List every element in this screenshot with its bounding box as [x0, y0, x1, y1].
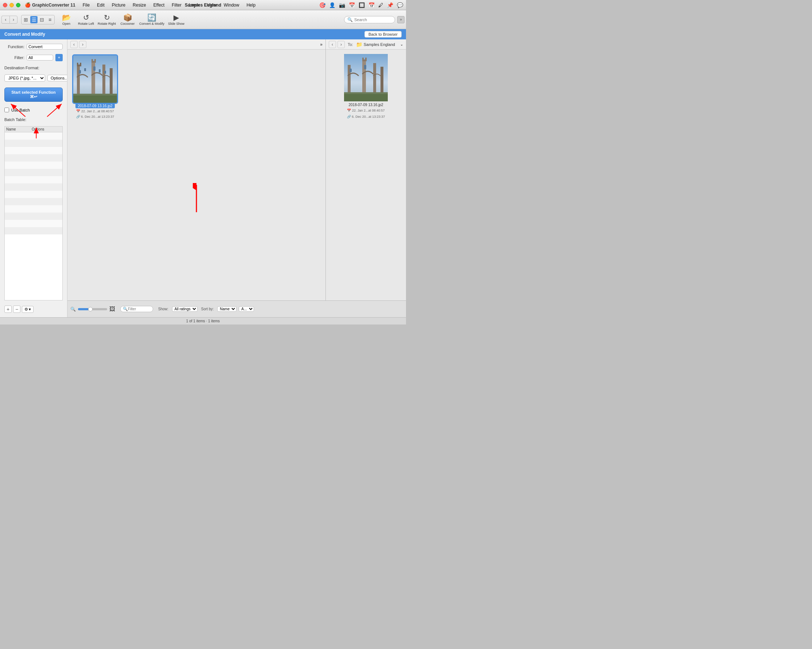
sort-select[interactable]: Name — [217, 306, 237, 312]
convert-modify-icon: 🔄 — [147, 14, 156, 21]
middle-right: ‹ › » — [67, 39, 406, 317]
svg-rect-24 — [380, 67, 383, 92]
filter-select[interactable]: All — [27, 55, 53, 61]
middle-right-inner: ‹ › » — [67, 39, 406, 300]
use-batch-label: Use Batch — [11, 108, 30, 112]
add-batch-button[interactable]: + — [5, 306, 12, 313]
open-group[interactable]: 📂 Open — [57, 11, 76, 28]
expand-button[interactable]: » — [397, 16, 404, 23]
forward-nav-button[interactable]: › — [9, 16, 17, 24]
filter-search-box[interactable]: 🔍 — [120, 306, 153, 312]
start-function-button[interactable]: Start selected Function ⌘↩ — [5, 87, 63, 102]
close-button[interactable] — [3, 3, 7, 7]
rotate-left-icon: ↺ — [83, 14, 89, 21]
col-options: Options — [32, 127, 61, 131]
options-button[interactable]: Options... — [47, 75, 67, 81]
menu-edit[interactable]: Edit — [96, 2, 106, 8]
right-prev-button[interactable]: ‹ — [329, 41, 336, 48]
rotate-left-label: Rotate Left — [78, 22, 94, 26]
right-next-button[interactable]: › — [337, 41, 345, 48]
svg-rect-14 — [99, 69, 101, 73]
window-title: Samples England — [185, 3, 221, 8]
svg-rect-11 — [79, 70, 81, 73]
menu-effect[interactable]: Effect — [152, 2, 166, 8]
slide-show-icon: ▶ — [174, 14, 179, 21]
fullscreen-button[interactable] — [16, 3, 20, 7]
image-meta-2: 🔗 6. Dec 20...at 13:23:37 — [76, 115, 114, 119]
menu-picture[interactable]: Picture — [110, 2, 127, 8]
rotate-left-group[interactable]: ↺ Rotate Left — [76, 11, 96, 28]
function-label: Function: — [5, 44, 24, 49]
middle-panel-nav: ‹ › » — [67, 39, 325, 50]
convert-modify-label: Convert & Modify — [139, 22, 164, 26]
menu-file[interactable]: File — [81, 2, 91, 8]
link-icon: 🔗 — [76, 115, 80, 118]
slide-show-label: Slide Show — [168, 22, 185, 26]
svg-rect-23 — [373, 63, 376, 92]
slide-show-group[interactable]: ▶ Slide Show — [166, 11, 186, 28]
chevron-down-icon: ▾ — [29, 307, 31, 312]
detail-view-button[interactable]: ≡ — [46, 16, 53, 23]
open-icon: 📂 — [62, 14, 71, 21]
image-item[interactable]: 2018-07-09 13.16.jp2 📅 22. Jan 2...at 08… — [72, 54, 118, 120]
middle-next-button[interactable]: › — [79, 41, 86, 48]
minimize-button[interactable] — [9, 3, 14, 7]
image-grid: 2018-07-09 13.16.jp2 📅 22. Jan 2...at 08… — [67, 50, 325, 300]
cocooner-icon: 📦 — [123, 14, 132, 21]
menu-window[interactable]: Window — [222, 2, 241, 8]
back-to-browser-button[interactable]: Back to Browser — [365, 31, 401, 38]
folder-dropdown-icon[interactable]: ⌄ — [400, 42, 403, 46]
format-row: JPEG (*.jpg, *... Options... — [5, 74, 63, 82]
status-text: 1 of 1 items · 1 items — [186, 319, 220, 323]
status-bar: 1 of 1 items · 1 items — [0, 317, 406, 324]
bottom-controls: 🔍 🖼 🔍 Show: All ratings Sort by: Nam — [67, 300, 406, 317]
zoom-thumb — [88, 307, 93, 311]
middle-expand-button[interactable]: » — [320, 42, 322, 47]
filter-input[interactable] — [128, 307, 151, 311]
zoom-in-icon: 🖼 — [109, 306, 115, 312]
filter-search-icon: 🔍 — [123, 307, 128, 311]
batch-dropdown-button[interactable]: ⚙ ▾ — [22, 306, 34, 313]
sort-label: Sort by: — [201, 307, 214, 311]
batch-table-header: Name Options — [5, 127, 62, 132]
svg-rect-27 — [344, 94, 388, 101]
cocooner-label: Cocooner — [121, 22, 135, 26]
format-select[interactable]: JPEG (*.jpg, *... — [5, 74, 45, 82]
menu-resize[interactable]: Resize — [131, 2, 148, 8]
batch-footer: + − ⚙ ▾ — [5, 303, 63, 313]
menu-help[interactable]: Help — [245, 2, 257, 8]
search-box[interactable]: 🔍 — [344, 16, 395, 23]
menu-bar: File Edit Picture Resize Effect Filter L… — [81, 2, 257, 8]
sort-dir-select[interactable]: A... — [239, 306, 254, 312]
svg-rect-9 — [102, 64, 105, 94]
grid-view-button[interactable]: ⊞ — [22, 16, 29, 23]
batch-table-label: Batch Table: — [5, 118, 63, 122]
right-calendar-icon: 📅 — [347, 109, 351, 112]
folder-selector[interactable]: 📁 Samples England ⌄ — [356, 41, 403, 47]
rotate-right-group[interactable]: ↻ Rotate Right — [96, 11, 118, 28]
search-input[interactable] — [354, 17, 392, 22]
image-thumbnail — [73, 55, 117, 103]
menu-filter[interactable]: Filter — [170, 2, 183, 8]
cocooner-group[interactable]: 📦 Cocooner — [118, 11, 137, 28]
strip-view-button[interactable]: ⊟ — [38, 16, 46, 23]
convert-modify-group[interactable]: 🔄 Convert & Modify — [138, 11, 166, 28]
zoom-out-icon: 🔍 — [70, 307, 76, 312]
middle-panel: ‹ › » — [67, 39, 326, 300]
back-nav-button[interactable]: ‹ — [2, 16, 9, 24]
right-image-filename: 2018-07-09 13.16.jp2 — [348, 103, 383, 107]
zoom-slider[interactable] — [78, 308, 107, 310]
list-view-button[interactable]: ☰ — [30, 16, 38, 23]
remove-batch-button[interactable]: − — [13, 306, 20, 313]
use-batch-checkbox[interactable] — [5, 107, 9, 112]
left-panel: Function: Convert Filter: All + Destinat… — [0, 39, 67, 317]
convert-modify-bar: Convert and Modify Back to Browser — [0, 29, 406, 39]
filter-row: Filter: All + — [5, 54, 63, 61]
filter-add-button[interactable]: + — [55, 54, 63, 61]
right-panel: ‹ › To: 📁 Samples England ⌄ — [326, 39, 406, 300]
function-select[interactable]: Convert — [27, 44, 63, 50]
svg-rect-25 — [350, 69, 352, 72]
middle-prev-button[interactable]: ‹ — [70, 41, 78, 48]
show-select[interactable]: All ratings — [172, 306, 197, 312]
panels-row: Function: Convert Filter: All + Destinat… — [0, 39, 406, 317]
